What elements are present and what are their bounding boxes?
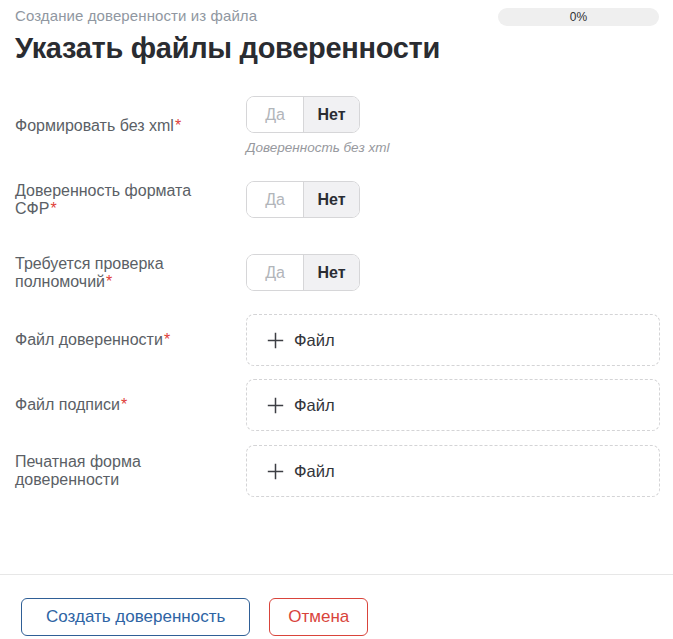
toggle-no-button[interactable]: Нет <box>303 182 359 217</box>
field-label-text: Доверенность формата СФР <box>15 182 191 217</box>
field-label-text: Файл доверенности <box>15 331 163 348</box>
poa-file-upload-button[interactable]: Файл <box>246 314 660 366</box>
signature-file-upload-button[interactable]: Файл <box>246 379 660 431</box>
file-upload-label: Файл <box>294 396 335 415</box>
field-label: Требуется проверка полномочий* <box>15 255 246 291</box>
required-asterisk: * <box>50 200 56 217</box>
field-label: Печатная форма доверенности <box>15 453 246 489</box>
toggle-no-button[interactable]: Нет <box>303 97 359 132</box>
file-upload-label: Файл <box>294 462 335 481</box>
footer-actions: Создать доверенность Отмена <box>21 598 673 636</box>
toggle-sfr-format: Да Нет <box>246 181 360 218</box>
wizard-header: Создание доверенности из файла 0% Указат… <box>0 0 673 63</box>
toggle-yes-button[interactable]: Да <box>247 255 303 290</box>
required-asterisk: * <box>106 273 112 290</box>
field-label: Формировать без xml* <box>15 117 246 135</box>
field-label-text: Файл подписи <box>15 396 120 413</box>
cancel-button[interactable]: Отмена <box>269 598 368 636</box>
required-asterisk: * <box>164 331 170 348</box>
file-upload-label: Файл <box>294 331 335 350</box>
form-row-signature-file: Файл подписи* Файл <box>15 379 660 431</box>
toggle-no-button[interactable]: Нет <box>303 255 359 290</box>
field-label-text: Формировать без xml <box>15 117 174 134</box>
poa-form: Формировать без xml* Да Нет Доверенность… <box>0 96 673 497</box>
progress-value: 0% <box>570 10 587 24</box>
create-poa-wizard-page: Создание доверенности из файла 0% Указат… <box>0 0 673 639</box>
field-label-text: Печатная форма доверенности <box>15 453 141 488</box>
toggle-yes-button[interactable]: Да <box>247 182 303 217</box>
printed-form-upload-button[interactable]: Файл <box>246 445 660 497</box>
toggle-without-xml: Да Нет <box>246 96 360 133</box>
form-row-authority-check: Требуется проверка полномочий* Да Нет <box>15 254 660 291</box>
toggle-authority-check: Да Нет <box>246 254 360 291</box>
toggle-yes-button[interactable]: Да <box>247 97 303 132</box>
required-asterisk: * <box>121 396 127 413</box>
field-label: Доверенность формата СФР* <box>15 182 246 218</box>
plus-icon <box>267 397 284 414</box>
field-label: Файл доверенности* <box>15 331 246 349</box>
footer-divider <box>0 574 673 575</box>
create-poa-button[interactable]: Создать доверенность <box>21 598 250 636</box>
form-row-poa-file: Файл доверенности* Файл <box>15 314 660 366</box>
field-hint: Доверенность без xml <box>246 140 389 155</box>
progress-bar: 0% <box>498 8 659 26</box>
plus-icon <box>267 332 284 349</box>
form-row-printed-form-file: Печатная форма доверенности Файл <box>15 445 660 497</box>
form-row-sfr-format: Доверенность формата СФР* Да Нет <box>15 181 660 218</box>
required-asterisk: * <box>175 117 181 134</box>
form-row-generate-without-xml: Формировать без xml* Да Нет Доверенность… <box>15 96 660 155</box>
plus-icon <box>267 463 284 480</box>
field-label: Файл подписи* <box>15 396 246 414</box>
field-label-text: Требуется проверка полномочий <box>15 255 164 290</box>
page-title: Указать файлы доверенности <box>15 33 659 63</box>
